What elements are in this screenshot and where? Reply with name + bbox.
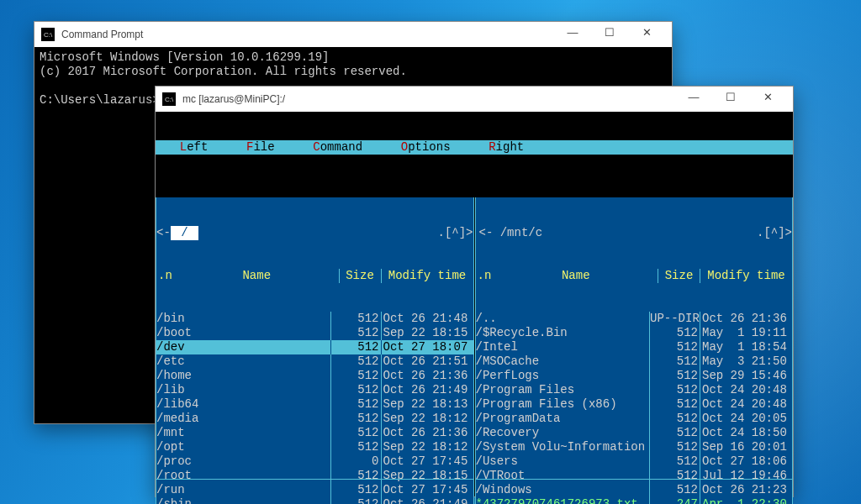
- file-name: /..: [476, 312, 650, 326]
- file-size: 512: [330, 326, 381, 340]
- file-name: /lib: [156, 383, 330, 397]
- file-row[interactable]: /Recovery512Oct 24 18:50: [476, 426, 793, 440]
- file-name: /PerfLogs: [476, 369, 650, 383]
- left-cols-header: .n Name Size Modify time: [156, 269, 473, 283]
- right-file-list[interactable]: /..UP--DIROct 26 21:36/$Recycle.Bin512Ma…: [476, 312, 793, 504]
- file-row[interactable]: /etc512Oct 26 21:51: [156, 354, 473, 369]
- left-panel-corner[interactable]: .[^]>: [437, 226, 473, 240]
- mc-menubar[interactable]: Left File Command Options Right: [156, 140, 793, 155]
- right-panel[interactable]: <- /mnt/c .[^]> .n Name Size Modify time…: [475, 197, 794, 504]
- file-mtime: Oct 27 18:06: [700, 454, 792, 469]
- maximize-button[interactable]: ☐: [712, 85, 749, 110]
- close-button[interactable]: ✕: [749, 85, 786, 110]
- cmd-banner-line1: Microsoft Windows [Version 10.0.16299.19…: [40, 50, 329, 64]
- file-size: UP--DIR: [649, 312, 700, 326]
- left-panel-path[interactable]: /: [171, 226, 198, 240]
- minimize-button[interactable]: —: [675, 85, 712, 110]
- file-name: /proc: [156, 454, 330, 469]
- menu-left[interactable]: Left: [161, 140, 227, 155]
- file-row[interactable]: /Intel512May 1 18:54: [476, 340, 793, 354]
- file-size: 512: [330, 312, 381, 326]
- mc-title: mc [lazarus@MiniPC]:/: [182, 93, 285, 105]
- file-row[interactable]: /mnt512Oct 26 21:36: [156, 426, 473, 440]
- file-mtime: Sep 22 18:13: [381, 397, 473, 412]
- file-name: /System Volu~Information: [476, 440, 650, 454]
- file-row[interactable]: /Users512Oct 27 18:06: [476, 454, 793, 469]
- file-mtime: Oct 26 21:51: [381, 354, 473, 369]
- file-mtime: Oct 26 21:36: [381, 426, 473, 440]
- file-row[interactable]: /boot512Sep 22 18:15: [156, 326, 473, 340]
- file-row[interactable]: /dev512Oct 27 18:07: [156, 340, 473, 354]
- file-size: 512: [330, 354, 381, 369]
- file-row[interactable]: /ProgramData512Oct 24 20:05: [476, 412, 793, 426]
- col-n: .n: [476, 269, 494, 283]
- file-mtime: Oct 27 18:07: [381, 340, 473, 354]
- file-mtime: Sep 22 18:12: [381, 440, 473, 454]
- file-row[interactable]: /bin512Oct 26 21:48: [156, 312, 473, 326]
- file-size: 512: [649, 397, 700, 412]
- file-name: /dev: [156, 340, 330, 354]
- close-button[interactable]: ✕: [628, 20, 665, 45]
- file-mtime: Sep 22 18:15: [381, 326, 473, 340]
- mc-terminal[interactable]: Left File Command Options Right <- / .[^…: [156, 112, 793, 496]
- file-mtime: Oct 24 18:50: [700, 426, 792, 440]
- file-size: 512: [649, 326, 700, 340]
- minimize-button[interactable]: —: [554, 20, 591, 45]
- file-name: /Program Files (x86): [476, 397, 650, 412]
- file-mtime: Oct 26 21:36: [700, 312, 792, 326]
- right-panel-corner[interactable]: .[^]>: [757, 226, 792, 240]
- left-panel[interactable]: <- / .[^]> .n Name Size Modify time /bin…: [156, 197, 474, 504]
- file-mtime: Oct 27 17:45: [381, 454, 473, 469]
- file-name: /opt: [156, 440, 330, 454]
- file-row[interactable]: /Program Files512Oct 24 20:48: [476, 383, 793, 397]
- file-name: /MSOCache: [476, 354, 650, 369]
- menu-file[interactable]: File: [227, 140, 293, 155]
- file-name: /lib64: [156, 397, 330, 412]
- file-mtime: Sep 16 20:01: [700, 440, 792, 454]
- file-mtime: Oct 24 20:48: [700, 397, 792, 412]
- col-name[interactable]: Name: [175, 269, 339, 283]
- col-mod[interactable]: Modify time: [381, 269, 473, 283]
- file-row[interactable]: /lib64512Sep 22 18:13: [156, 397, 473, 412]
- file-row[interactable]: /..UP--DIROct 26 21:36: [476, 312, 793, 326]
- col-size[interactable]: Size: [658, 269, 700, 283]
- file-size: 512: [330, 340, 381, 354]
- file-mtime: Sep 29 15:46: [700, 369, 792, 383]
- mc-window[interactable]: C:\ mc [lazarus@MiniPC]:/ — ☐ ✕ Left Fil…: [155, 86, 794, 497]
- file-row[interactable]: /proc0Oct 27 17:45: [156, 454, 473, 469]
- maximize-button[interactable]: ☐: [591, 20, 628, 45]
- col-name[interactable]: Name: [494, 269, 658, 283]
- mc-titlebar[interactable]: C:\ mc [lazarus@MiniPC]:/ — ☐ ✕: [156, 87, 793, 112]
- left-panel-lead: <-: [156, 226, 171, 240]
- cmd-titlebar[interactable]: C:\ Command Prompt — ☐ ✕: [34, 22, 672, 47]
- col-mod[interactable]: Modify time: [700, 269, 792, 283]
- file-row[interactable]: /opt512Sep 22 18:12: [156, 440, 473, 454]
- file-row[interactable]: /System Volu~Information512Sep 16 20:01: [476, 440, 793, 454]
- col-n: .n: [156, 269, 175, 283]
- file-row[interactable]: /MSOCache512May 3 21:50: [476, 354, 793, 369]
- file-name: /boot: [156, 326, 330, 340]
- file-row[interactable]: /media512Sep 22 18:12: [156, 412, 473, 426]
- menu-right[interactable]: Right: [469, 140, 543, 155]
- file-size: 512: [330, 412, 381, 426]
- file-row[interactable]: /Program Files (x86)512Oct 24 20:48: [476, 397, 793, 412]
- cmd-prompt: C:\Users\lazarus>: [40, 93, 160, 107]
- file-row[interactable]: /home512Oct 26 21:36: [156, 369, 473, 383]
- file-row[interactable]: /PerfLogs512Sep 29 15:46: [476, 369, 793, 383]
- cmd-icon: C:\: [41, 28, 55, 41]
- right-cols-header: .n Name Size Modify time: [476, 269, 793, 283]
- menu-options[interactable]: Options: [382, 140, 469, 155]
- file-row[interactable]: /lib512Oct 26 21:49: [156, 383, 473, 397]
- col-size[interactable]: Size: [339, 269, 381, 283]
- file-mtime: May 1 18:54: [700, 340, 792, 354]
- file-row[interactable]: /$Recycle.Bin512May 1 19:11: [476, 326, 793, 340]
- left-file-list[interactable]: /bin512Oct 26 21:48/boot512Sep 22 18:15/…: [156, 312, 473, 504]
- menu-command[interactable]: Command: [293, 140, 381, 155]
- file-mtime: May 3 21:50: [700, 354, 792, 369]
- file-name: /Program Files: [476, 383, 650, 397]
- cmd-title: Command Prompt: [61, 29, 143, 40]
- file-mtime: Oct 24 20:48: [700, 383, 792, 397]
- right-panel-path[interactable]: <- /mnt/c: [476, 226, 553, 240]
- file-size: 512: [330, 397, 381, 412]
- file-name: /mnt: [156, 426, 330, 440]
